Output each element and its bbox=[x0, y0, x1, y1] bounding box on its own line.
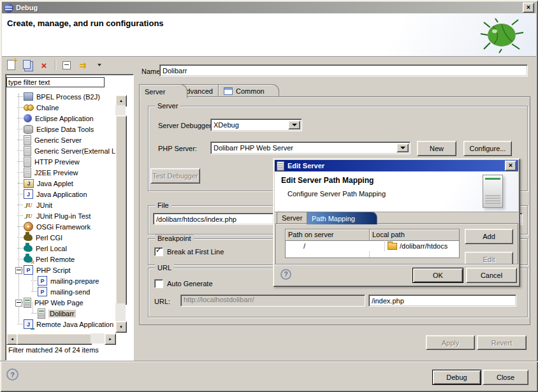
tree-item-php-web-page[interactable]: PHP Web Page bbox=[7, 297, 115, 308]
tree-item-java-application[interactable]: JJava Application bbox=[7, 189, 115, 200]
folder-icon bbox=[388, 243, 397, 250]
scroll-down-button[interactable]: ▼ bbox=[115, 321, 127, 333]
break-first-line-label: Break at First Line bbox=[167, 248, 224, 256]
url-path-input[interactable] bbox=[368, 294, 516, 307]
add-mapping-button[interactable]: Add bbox=[465, 229, 513, 244]
path-on-server-header[interactable]: Path on server bbox=[286, 229, 370, 241]
debug-configurations-window: Debug × Create, manage, and run configur… bbox=[0, 0, 538, 392]
tree-item-junit[interactable]: JJUnit bbox=[7, 200, 115, 210]
tree-item-mailing-send[interactable]: Pmailing-send bbox=[7, 286, 115, 297]
window-close-button[interactable]: × bbox=[523, 3, 534, 13]
tree-item-eclipse-data-tools[interactable]: Eclipse Data Tools bbox=[7, 124, 115, 134]
camel-dark-icon bbox=[24, 234, 33, 241]
triangle-right-icon: ► bbox=[108, 337, 112, 341]
tree-item-junit-plugin-test[interactable]: JJUnit Plug-in Test bbox=[7, 210, 115, 221]
scroll-thumb[interactable] bbox=[115, 115, 127, 305]
new-server-button[interactable]: New bbox=[417, 141, 456, 156]
revert-button[interactable]: Revert bbox=[477, 335, 527, 350]
url-label: URL: bbox=[154, 298, 170, 305]
break-first-line-checkbox[interactable] bbox=[154, 247, 163, 256]
edit-mapping-button[interactable]: Edit bbox=[465, 252, 513, 265]
filter-button[interactable]: ⇉ bbox=[77, 59, 89, 71]
name-input[interactable] bbox=[159, 64, 528, 76]
scroll-track[interactable] bbox=[115, 105, 126, 115]
collapse-expander-icon[interactable] bbox=[15, 267, 22, 274]
tree-item-bpel-process[interactable]: BPEL Process (B2J) bbox=[7, 91, 115, 102]
collapse-all-button[interactable] bbox=[61, 59, 72, 71]
junit-icon: J bbox=[24, 200, 33, 210]
tree-item-perl-remote[interactable]: Perl Remote bbox=[7, 254, 115, 265]
tree-item-eclipse-application[interactable]: Eclipse Application bbox=[7, 113, 115, 124]
server-icon bbox=[277, 161, 284, 171]
close-button[interactable]: Close bbox=[483, 370, 528, 385]
configure-server-button[interactable]: Configure... bbox=[463, 141, 512, 156]
scroll-track[interactable] bbox=[91, 333, 105, 344]
php-server-icon bbox=[24, 298, 31, 308]
filter-icon: ⇉ bbox=[80, 61, 87, 69]
edit-server-banner: Edit Server Path Mapping Configure Serve… bbox=[275, 171, 518, 212]
cancel-button[interactable]: Cancel bbox=[466, 268, 517, 283]
local-path-header[interactable]: Local path bbox=[370, 229, 459, 241]
table-icon bbox=[224, 87, 233, 95]
tree-item-chaine[interactable]: Chaîne bbox=[7, 102, 115, 113]
dialog-help-button[interactable]: ? bbox=[280, 269, 291, 280]
server-icon bbox=[24, 168, 31, 178]
php-icon: P bbox=[24, 265, 33, 275]
server-icon bbox=[24, 146, 31, 156]
ok-button[interactable]: OK bbox=[412, 268, 463, 283]
tab-common[interactable]: Common bbox=[218, 84, 279, 98]
tree-item-remote-java-application[interactable]: JRemote Java Application bbox=[7, 319, 115, 330]
tree-item-osgi-framework[interactable]: +OSGi Framework bbox=[7, 221, 115, 232]
tree-item-mailing-prepare[interactable]: Pmailing-prepare bbox=[7, 275, 115, 286]
tree-item-generic-server[interactable]: Generic Server bbox=[7, 134, 115, 145]
server-debugger-label: Server Debugger: bbox=[158, 122, 214, 129]
help-button[interactable]: ? bbox=[6, 368, 18, 381]
chevron-down-icon bbox=[98, 64, 101, 66]
auto-generate-checkbox[interactable] bbox=[154, 279, 163, 288]
tree-item-java-applet[interactable]: JJava Applet bbox=[7, 178, 115, 189]
new-configuration-button[interactable] bbox=[5, 59, 17, 71]
tree-horizontal-scrollbar[interactable]: ◄ ► bbox=[6, 333, 115, 344]
scroll-right-button[interactable]: ► bbox=[105, 333, 116, 345]
duplicate-icon bbox=[23, 60, 31, 69]
delete-configuration-button[interactable]: × bbox=[38, 59, 50, 71]
url-group-label: URL bbox=[155, 264, 174, 272]
tree-item-generic-server-external[interactable]: Generic Server(External La bbox=[7, 145, 115, 156]
edit-server-tab-path-mapping[interactable]: Path Mapping bbox=[307, 212, 377, 224]
table-header-row: Path on server Local path bbox=[286, 229, 459, 240]
server-debugger-combo[interactable]: XDebug bbox=[210, 119, 302, 131]
junit-plugin-icon: J bbox=[24, 211, 33, 221]
database-icon bbox=[24, 125, 33, 134]
server-icon bbox=[24, 157, 31, 167]
url-auto-field: http://localhostdolibarr/ bbox=[180, 294, 365, 307]
tree-item-perl-cgi[interactable]: Perl CGI bbox=[7, 232, 115, 243]
triangle-up-icon: ▲ bbox=[119, 99, 123, 103]
filter-menu-button[interactable] bbox=[94, 59, 105, 71]
scroll-thumb[interactable] bbox=[17, 333, 92, 345]
combo-dropdown-button[interactable] bbox=[396, 143, 409, 152]
eclipse-icon bbox=[4, 3, 13, 13]
test-debugger-button[interactable]: Test Debugger bbox=[150, 168, 200, 184]
tree-item-j2ee-preview[interactable]: J2EE Preview bbox=[7, 167, 115, 178]
collapse-expander-icon[interactable] bbox=[15, 300, 22, 307]
apply-button[interactable]: Apply bbox=[426, 335, 475, 350]
triangle-left-icon: ◄ bbox=[10, 337, 14, 341]
duplicate-configuration-button[interactable] bbox=[22, 59, 33, 71]
table-row[interactable]: / /dolibarr/htdocs bbox=[286, 240, 459, 251]
filter-input[interactable] bbox=[6, 77, 105, 87]
file-group-label: File bbox=[155, 201, 171, 209]
edit-server-close-button[interactable]: × bbox=[505, 161, 516, 171]
server-tower-image bbox=[483, 175, 503, 208]
tab-server[interactable]: Server bbox=[139, 84, 187, 98]
combo-dropdown-button[interactable] bbox=[288, 120, 300, 129]
tree-item-php-script[interactable]: PPHP Script bbox=[7, 265, 115, 275]
tree-item-http-preview[interactable]: HTTP Preview bbox=[7, 156, 115, 167]
edit-server-dialog: Edit Server × Edit Server Path Mapping C… bbox=[273, 158, 520, 287]
php-server-combo[interactable]: Dolibarr PHP Web Server bbox=[210, 142, 411, 154]
camel-teal-r-icon bbox=[24, 256, 33, 263]
debug-button[interactable]: Debug bbox=[432, 370, 481, 385]
scroll-track[interactable] bbox=[115, 303, 126, 321]
tree-item-dolibarr[interactable]: Dolibarr bbox=[7, 308, 115, 319]
tree-item-perl-local[interactable]: Perl Local bbox=[7, 243, 115, 254]
tree-vertical-scrollbar[interactable]: ▲ ▼ bbox=[115, 95, 126, 331]
